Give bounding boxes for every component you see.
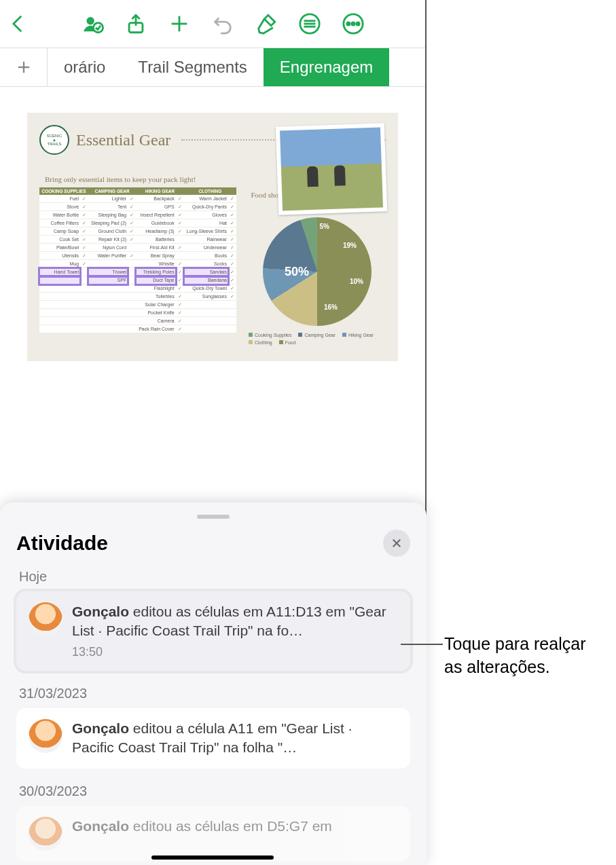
- page-title: Essential Gear: [76, 131, 170, 149]
- drag-handle[interactable]: [197, 515, 230, 519]
- more-icon[interactable]: [342, 12, 365, 35]
- avatar: [29, 719, 62, 753]
- activity-time: 13:50: [72, 644, 398, 660]
- activity-item[interactable]: Gonçalo editou as células em D5:G7 em: [16, 806, 410, 862]
- pie-label: 10%: [350, 278, 363, 285]
- pie-label: 19%: [343, 242, 357, 249]
- sheet-tabs: orário Trail Segments Engrenagem: [0, 48, 425, 87]
- activity-item[interactable]: Gonçalo editou a célula A11 em "Gear Lis…: [16, 708, 410, 769]
- gear-table[interactable]: COOKING SUPPLIESCAMPING GEARHIKING GEARC…: [39, 187, 236, 333]
- pie-chart: 50% 16% 10% 19% 5%: [263, 217, 372, 326]
- callout-text: Toque para realçar as alterações.: [444, 633, 607, 679]
- activity-item[interactable]: Gonçalo editou as células em A11:D13 em …: [16, 591, 410, 671]
- avatar: [29, 817, 62, 851]
- hikers-photo: [276, 123, 387, 215]
- activity-section-label: Hoje: [19, 569, 410, 585]
- close-icon[interactable]: [383, 530, 410, 557]
- toolbar: [0, 0, 425, 48]
- chart-legend: Cooking Supplies Camping Gear Hiking Gea…: [249, 333, 386, 345]
- pie-label: 5%: [320, 223, 329, 230]
- format-brush-icon[interactable]: [255, 12, 278, 35]
- add-sheet-button[interactable]: [0, 48, 48, 86]
- tab-trail-segments[interactable]: Trail Segments: [122, 48, 264, 86]
- undo-icon: [211, 12, 234, 35]
- pie-label: 50%: [285, 265, 309, 279]
- share-icon[interactable]: [124, 12, 147, 35]
- activity-section-label: 30/03/2023: [19, 784, 410, 799]
- activity-title: Atividade: [16, 532, 108, 555]
- back-icon[interactable]: [7, 12, 30, 35]
- device-frame: orário Trail Segments Engrenagem SCENIC▲…: [0, 0, 427, 865]
- trails-badge-icon: SCENIC▲TRAILS: [39, 125, 69, 155]
- spreadsheet-canvas[interactable]: SCENIC▲TRAILS Essential Gear Bring only …: [0, 87, 425, 387]
- home-indicator[interactable]: [151, 855, 274, 860]
- tab-horario[interactable]: orário: [48, 48, 122, 86]
- svg-point-13: [357, 22, 359, 25]
- insert-icon[interactable]: [298, 12, 321, 35]
- svg-point-11: [347, 22, 350, 25]
- activity-panel: Atividade HojeGonçalo editou as células …: [0, 502, 427, 865]
- svg-point-12: [352, 22, 355, 25]
- callout-line: [401, 644, 443, 645]
- tab-engrenagem[interactable]: Engrenagem: [264, 48, 389, 86]
- add-icon[interactable]: [168, 12, 191, 35]
- collaboration-icon[interactable]: [81, 12, 104, 35]
- activity-section-label: 31/03/2023: [19, 686, 410, 701]
- sheet-content: SCENIC▲TRAILS Essential Gear Bring only …: [27, 113, 398, 361]
- pie-label: 16%: [324, 303, 338, 311]
- avatar: [29, 602, 62, 636]
- svg-point-0: [87, 17, 94, 24]
